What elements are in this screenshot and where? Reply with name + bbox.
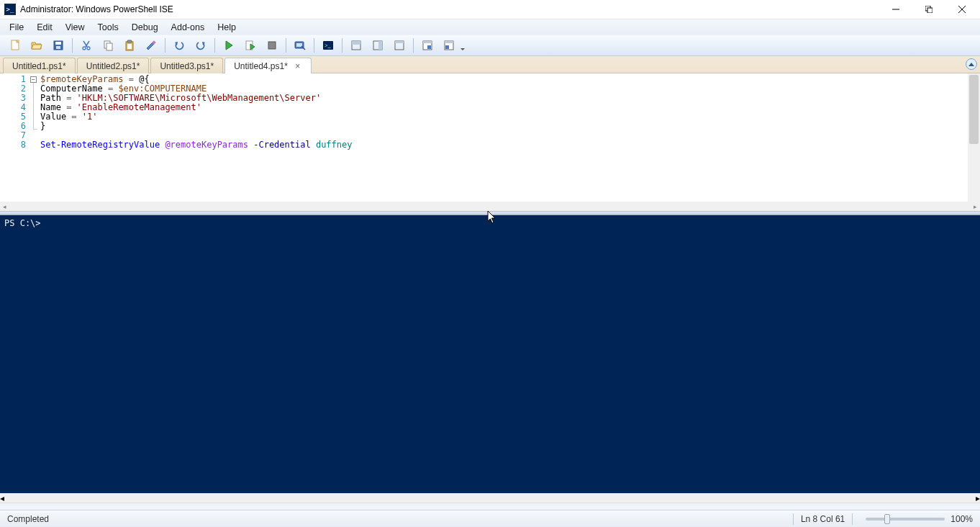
svg-rect-24 [352,41,360,45]
svg-rect-26 [378,41,382,50]
svg-rect-7 [55,42,61,45]
tab-untitled2[interactable]: Untitled2.ps1* [77,58,150,73]
status-message: Completed [7,514,786,524]
svg-point-9 [83,47,86,50]
title-bar: >_ Administrator: Windows PowerShell ISE [0,0,980,19]
tab-untitled3[interactable]: Untitled3.ps1* [150,58,223,73]
collapse-script-pane-button[interactable] [966,58,977,70]
tab-label: Untitled1.ps1* [12,61,66,71]
menu-addons[interactable]: Add-ons [165,21,212,34]
window-title: Administrator: Windows PowerShell ISE [20,4,879,14]
toolbar-sep [72,38,73,53]
fold-column: − [30,73,39,202]
run-button[interactable] [219,37,238,54]
undo-button[interactable] [170,37,189,54]
maximize-button[interactable] [912,0,945,19]
cut-button[interactable] [77,37,96,54]
toolbar-sep [214,38,215,53]
show-command-addon-button[interactable] [440,37,458,54]
minimize-button[interactable] [879,0,912,19]
toolbar-sep [342,38,342,53]
zoom-thumb[interactable] [884,514,890,524]
scroll-right-icon[interactable]: ▸ [976,493,980,503]
toolbar-sep [165,38,165,53]
tab-close-icon[interactable]: × [294,61,302,71]
remote-button[interactable] [291,37,309,54]
layout-script-top-button[interactable] [347,37,366,54]
svg-rect-18 [268,42,276,49]
editor-horizontal-scrollbar[interactable]: ◂ ▸ [0,202,980,211]
paste-button[interactable] [120,37,139,54]
redo-button[interactable] [191,37,210,54]
cursor-position: Ln 8 Col 61 [801,514,845,524]
new-button[interactable] [6,37,24,54]
tab-label: Untitled2.ps1* [86,61,140,71]
zoom-slider[interactable] [866,518,945,521]
script-editor[interactable]: 12345678 − $remoteKeyParams = @{ Compute… [0,73,980,202]
zoom-level: 100% [950,514,973,524]
tab-untitled4[interactable]: Untitled4.ps1*× [224,58,312,73]
tab-label: Untitled3.ps1* [160,61,214,71]
svg-rect-28 [395,41,404,43]
svg-rect-12 [106,43,112,50]
tab-strip: Untitled1.ps1* Untitled2.ps1* Untitled3.… [0,56,980,73]
copy-button[interactable] [99,37,117,54]
run-selection-button[interactable] [241,37,260,54]
svg-rect-34 [445,45,449,49]
stop-button[interactable] [263,37,281,54]
fold-toggle-icon[interactable]: − [30,76,37,83]
toolbar-sep [413,38,414,53]
editor-vertical-scrollbar[interactable] [968,73,980,202]
window-controls [879,0,979,19]
status-separator [852,513,853,525]
toolbar: >_ [0,35,980,56]
svg-point-10 [87,47,90,50]
menu-help[interactable]: Help [211,21,242,34]
toolbar-overflow[interactable] [460,37,466,54]
svg-text:>_: >_ [325,42,332,49]
layout-script-right-button[interactable] [368,37,387,54]
svg-rect-14 [127,40,132,42]
svg-rect-8 [56,46,60,49]
app-icon: >_ [4,4,16,15]
status-bar: Completed Ln 8 Col 61 100% [0,510,980,527]
code-content[interactable]: $remoteKeyParams = @{ ComputerName = $en… [39,73,352,202]
menu-tools[interactable]: Tools [91,21,125,34]
scroll-left-icon[interactable]: ◂ [0,493,4,503]
layout-script-max-button[interactable] [390,37,409,54]
toolbar-sep [314,38,314,53]
scrollbar-thumb[interactable] [969,75,979,144]
open-button[interactable] [27,37,46,54]
console-prompt: PS C:\> [4,218,41,228]
scroll-left-icon[interactable]: ◂ [0,202,9,211]
svg-rect-31 [427,45,431,49]
show-command-button[interactable] [418,37,437,54]
menu-view[interactable]: View [59,21,91,34]
save-button[interactable] [49,37,68,54]
menu-bar: File Edit View Tools Debug Add-ons Help [0,19,980,35]
menu-file[interactable]: File [3,21,30,34]
tab-untitled1[interactable]: Untitled1.ps1* [3,58,76,73]
menu-edit[interactable]: Edit [30,21,59,34]
tab-label: Untitled4.ps1* [234,61,288,71]
line-number-gutter: 12345678 [0,73,30,202]
svg-rect-33 [445,41,453,43]
svg-rect-15 [127,44,132,49]
svg-rect-30 [423,41,432,43]
console-horizontal-scrollbar[interactable]: ◂ ▸ [0,493,980,503]
menu-debug[interactable]: Debug [125,21,165,34]
status-separator [793,513,794,525]
toolbar-sep [286,38,286,53]
powershell-button[interactable]: >_ [319,37,337,54]
close-button[interactable] [945,0,979,19]
scroll-right-icon[interactable]: ▸ [971,202,980,211]
clear-button[interactable] [142,37,160,54]
console-pane[interactable]: PS C:\> [0,215,980,493]
svg-rect-2 [927,8,933,13]
